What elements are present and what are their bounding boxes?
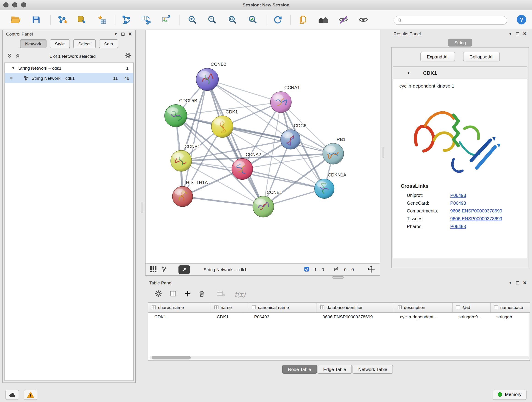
zoom-fit-button[interactable] (226, 13, 239, 26)
function-builder-button[interactable]: f(x) (234, 290, 245, 298)
cell-canonical-name[interactable]: P06493 (248, 312, 317, 321)
network-edge[interactable] (207, 80, 281, 102)
selected-filter-button[interactable] (304, 266, 310, 273)
search-field[interactable] (394, 16, 507, 25)
panel-float-icon[interactable] (121, 32, 124, 35)
help-button[interactable]: ? (515, 13, 528, 26)
cell-namespace[interactable]: stringdb (490, 312, 530, 321)
network-node-rb1[interactable] (323, 143, 344, 164)
column-header-namespace[interactable]: namespace (490, 303, 530, 312)
show-columns-button[interactable] (169, 290, 177, 298)
cell-id[interactable]: stringdb:9... (452, 312, 490, 321)
table-row[interactable]: CDK1 CDK1 P06493 9606.ENSP00000378699 cy… (148, 312, 530, 321)
gene-card-header[interactable]: ▼ CDK1 (393, 67, 527, 79)
zoom-out-button[interactable] (205, 13, 219, 26)
import-table-button[interactable] (95, 13, 109, 26)
grid-mode-button[interactable] (150, 266, 157, 273)
network-tools-button[interactable] (119, 13, 133, 26)
crosslink-genecard-link[interactable]: P06493 (450, 201, 466, 206)
crosslink-tissues-link[interactable]: 9606.ENSP00000378699 (450, 216, 502, 221)
panel-menu-icon[interactable]: ▼ (114, 32, 118, 36)
column-header-name[interactable]: name (211, 303, 248, 312)
panel-close-icon[interactable]: × (128, 31, 132, 37)
network-node-ccnb1[interactable] (171, 150, 192, 172)
tab-string[interactable]: String (448, 39, 472, 46)
network-edge[interactable] (183, 196, 263, 206)
cell-database-identifier[interactable]: 9606.ENSP00000378699 (317, 312, 394, 321)
network-from-table-button[interactable] (139, 13, 152, 26)
warnings-button[interactable] (24, 389, 37, 400)
panel-menu-icon[interactable]: ▼ (509, 281, 512, 284)
table-options-button[interactable] (155, 290, 162, 298)
collapse-all-networks-button[interactable] (7, 53, 12, 59)
hide-annotations-button[interactable] (336, 13, 350, 26)
network-node-cdc6[interactable] (281, 130, 300, 149)
cell-description[interactable]: cyclin-dependent ... (394, 312, 452, 321)
create-column-button[interactable] (184, 290, 191, 298)
zoom-in-button[interactable] (186, 13, 199, 26)
save-session-button[interactable] (29, 13, 43, 26)
network-node-cdc25b[interactable] (165, 104, 187, 127)
horizontal-splitter-handle[interactable] (332, 276, 344, 279)
network-node-cdkn1a[interactable] (315, 179, 334, 198)
scrollbar-thumb[interactable] (152, 356, 191, 359)
refresh-button[interactable] (271, 13, 285, 26)
tab-sets[interactable]: Sets (99, 39, 118, 48)
column-header-id[interactable]: @id (452, 303, 490, 312)
panel-float-icon[interactable] (516, 32, 519, 35)
tab-edge-table[interactable]: Edge Table (317, 365, 352, 374)
export-image-button[interactable] (159, 13, 173, 26)
column-header-description[interactable]: description (394, 303, 452, 312)
collapse-all-button[interactable]: Collapse All (463, 52, 500, 61)
network-collection-row[interactable]: ▼ String Network – cdk1 1 (5, 63, 133, 73)
tab-node-table[interactable]: Node Table (282, 365, 317, 374)
tab-network[interactable]: Network (20, 39, 46, 48)
column-header-canonical-name[interactable]: canonical name (248, 303, 317, 312)
network-options-button[interactable] (125, 52, 131, 60)
network-node-ccne1[interactable] (253, 196, 274, 217)
network-canvas[interactable]: CCNB2CCNA1CDC25BCDK1CDC6RB1CCNB1CCNA2CDK… (146, 30, 380, 263)
cell-shared-name[interactable]: CDK1 (148, 312, 210, 321)
network-node-ccna1[interactable] (270, 92, 291, 113)
hidden-filter-button[interactable] (333, 266, 339, 273)
clone-network-button[interactable] (296, 13, 310, 26)
show-graphics-button[interactable] (356, 13, 370, 26)
collection-expand-icon[interactable]: ▼ (11, 66, 16, 70)
panel-float-icon[interactable] (516, 281, 519, 284)
delete-column-button[interactable] (198, 290, 205, 298)
left-splitter-handle[interactable] (141, 202, 143, 213)
panel-menu-icon[interactable]: ▼ (509, 32, 512, 35)
network-node-ccnb2[interactable] (196, 68, 219, 91)
detach-view-button[interactable] (178, 265, 190, 274)
network-row[interactable]: String Network – cdk1 11 48 (5, 73, 133, 83)
tab-style[interactable]: Style (50, 39, 70, 48)
tab-network-table[interactable]: Network Table (353, 365, 393, 374)
crosslink-uniprot-link[interactable]: P06493 (450, 193, 466, 198)
pan-mode-button[interactable] (367, 265, 375, 274)
crosslink-pharos-link[interactable]: P06493 (450, 224, 466, 229)
home-layout-button[interactable] (317, 13, 330, 26)
network-node-ccna2[interactable] (232, 159, 253, 180)
panel-close-icon[interactable]: × (523, 31, 527, 36)
zoom-selected-button[interactable] (246, 13, 260, 26)
right-splitter-handle[interactable] (382, 147, 384, 158)
network-edge[interactable] (207, 80, 263, 207)
tab-select[interactable]: Select (73, 39, 95, 48)
network-overview-button[interactable] (161, 266, 167, 273)
import-network-database-button[interactable] (75, 13, 88, 26)
cell-name[interactable]: CDK1 (211, 312, 248, 321)
cloud-status-button[interactable] (6, 389, 19, 400)
network-node-cdk1[interactable] (211, 116, 233, 138)
gene-collapse-icon[interactable]: ▼ (406, 71, 411, 75)
open-session-button[interactable] (9, 13, 22, 26)
network-node-hist1h1a[interactable] (172, 186, 193, 207)
import-network-file-button[interactable] (56, 13, 69, 26)
expand-all-button[interactable]: Expand All (420, 52, 455, 61)
search-input[interactable] (404, 17, 507, 24)
column-header-shared-name[interactable]: shared name (148, 303, 210, 312)
crosslink-compartments-link[interactable]: 9606.ENSP00000378699 (450, 208, 502, 213)
column-header-database-identifier[interactable]: database identifier (317, 303, 394, 312)
panel-close-icon[interactable]: × (523, 280, 527, 286)
expand-all-networks-button[interactable] (15, 53, 20, 59)
memory-button[interactable]: Memory (493, 389, 527, 400)
